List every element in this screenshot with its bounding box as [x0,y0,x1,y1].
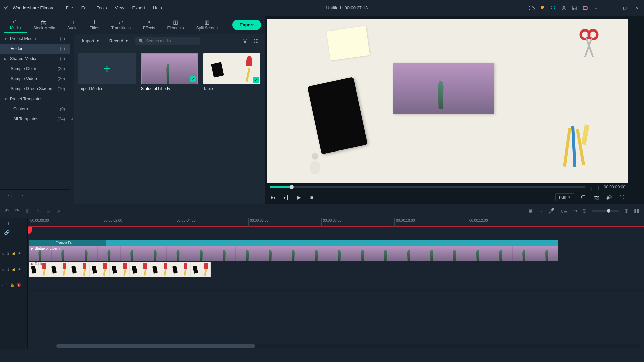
tab-titles[interactable]: TTitles [84,17,105,33]
sidebar-item-sample-color[interactable]: Sample Color(25) [0,64,70,74]
preview-scrubber[interactable]: { } 00:00:00:00 [267,183,628,191]
undo-button[interactable]: ↶ [5,208,9,214]
sidebar-item-preset-templates[interactable]: ▼Preset Templates [0,94,70,104]
close-button[interactable]: ✕ [632,3,641,13]
menu-edit[interactable]: Edit [78,3,92,12]
headphones-icon[interactable] [550,5,556,11]
step-forward-button[interactable]: ⏵▎ [282,195,290,200]
minimize-button[interactable]: ─ [608,3,617,13]
clip-statue-of-liberty[interactable]: ▶Statue of Liberty [29,246,558,261]
speed-button[interactable]: ⫸ [56,208,61,214]
menu-export[interactable]: Export [129,3,148,12]
media-item-table[interactable]: ✓ Table [203,53,260,91]
filter-icon[interactable] [241,37,249,45]
collapse-sidebar-handle[interactable]: ◀ [70,34,74,204]
save-icon[interactable] [572,5,578,11]
sidebar-item-folder[interactable]: Folder(2) [0,44,70,54]
search-field[interactable] [146,39,197,43]
mixer-icon[interactable]: ♫≡ [560,208,567,214]
prev-frame-button[interactable]: ⏮ [270,195,277,200]
freeze-frame-segment[interactable]: Freeze Frame [29,240,106,246]
ruler-tick: 00:00:10:00 [394,218,416,227]
sidebar-item-sample-video[interactable]: Sample Video(20) [0,74,70,84]
mute-icon[interactable]: 🔇 [17,283,21,287]
cloud-icon[interactable] [529,5,535,11]
tree-count: (2) [60,36,65,41]
preview-timecode: 00:00:00:00 [604,185,625,189]
menu-file[interactable]: File [63,3,76,12]
menu-view[interactable]: View [111,3,127,12]
sidebar-item-sample-green-screen[interactable]: Sample Green Screen(10) [0,84,70,94]
marker-in-icon[interactable]: { [589,185,593,190]
fullscreen-icon[interactable]: ⛶ [618,195,625,200]
mic-icon[interactable]: 🎤 [548,208,555,214]
menu-tools[interactable]: Tools [93,3,110,12]
menu-help[interactable]: Help [150,3,165,12]
sidebar-item-shared-media[interactable]: ▶Shared Media(2) [0,54,70,64]
user-icon[interactable] [561,5,567,11]
scrubber-knob[interactable] [290,185,294,189]
render-icon[interactable]: ◉ [528,208,533,214]
tab-audio[interactable]: ♫Audio [61,17,84,33]
lock-icon[interactable]: 🔓 [10,283,14,287]
link-icon[interactable]: 🔗 [4,230,10,235]
marker-out-icon[interactable]: } [596,185,600,190]
snapshot-icon[interactable]: 📷 [592,195,600,200]
lock-icon[interactable]: 🔓 [12,252,16,255]
play-button[interactable]: ▶ [295,195,303,200]
download-icon[interactable] [593,5,599,11]
search-media-input[interactable]: 🔍 [135,37,200,45]
eye-icon[interactable]: 👁 [18,252,21,255]
stop-button[interactable]: ■ [308,195,315,200]
shield-icon[interactable]: ⛉ [538,208,543,214]
volume-icon[interactable]: 🔊 [605,195,612,200]
cut-button[interactable]: ✂ [37,208,41,214]
record-dropdown[interactable]: Record▼ [106,36,132,45]
sidebar-item-project-media[interactable]: ▼Project Media(2) [0,34,70,44]
display-icon[interactable]: 🖵 [580,195,587,200]
zoom-in-button[interactable]: ⊕ [624,208,629,214]
folder-icon[interactable]: 🗀 [19,193,26,200]
ruler-tick: 00:00:00:00 [29,218,50,227]
tab-media[interactable]: 🗀Media [4,17,27,33]
redo-button[interactable]: ↷ [15,208,19,214]
adjust-button[interactable]: ≡ [47,208,50,214]
export-button[interactable]: Export [232,20,261,30]
grid-view-icon[interactable] [252,37,260,45]
timeline-ruler[interactable]: 00:00:00:00 00:00:02:00 00:00:04:00 00:0… [28,218,644,227]
maximize-button[interactable]: ▢ [620,3,629,13]
preview-scissors [579,28,599,59]
tab-effects[interactable]: ✦Effects [137,17,161,33]
lock-icon[interactable]: 🔓 [12,268,16,272]
zoom-fit-button[interactable]: ▮▮ [634,208,639,214]
import-media-tile[interactable]: + Import Media [78,53,136,91]
preview-quality-select[interactable]: Full▼ [555,193,574,201]
timeline-tracks[interactable]: 00:00:00:00 00:00:02:00 00:00:04:00 00:0… [28,218,644,349]
tab-split-screen[interactable]: ▥Split Screen [190,17,224,33]
delete-button[interactable]: 🗑 [25,208,31,214]
sidebar-item-custom[interactable]: Custom(0) [0,104,70,114]
expand-icon[interactable]: ⛶ [191,55,196,60]
audio-track[interactable] [28,278,644,291]
clip-table[interactable]: ▶Table [29,262,211,277]
media-item-statue[interactable]: ⛶ ✓ Statue of Liberty [141,53,198,91]
scrollbar-thumb[interactable] [56,344,255,348]
lightbulb-icon[interactable] [539,5,545,11]
tab-transitions[interactable]: ⇄Transitions [105,17,137,33]
preview-canvas[interactable] [267,19,628,183]
zoom-out-button[interactable]: ⊖ [582,208,587,214]
import-dropdown[interactable]: Import▼ [78,36,103,45]
zoom-slider[interactable] [592,210,619,212]
tab-elements[interactable]: ◫Elements [161,17,190,33]
chevron-down-icon: ▼ [4,97,9,101]
timeline-scrollbar[interactable] [56,344,641,348]
snap-icon[interactable]: ◫ [5,220,9,226]
marker-icon[interactable]: ▭ [572,208,577,214]
eye-icon[interactable]: 👁 [18,268,21,272]
tab-stock-media[interactable]: 📷Stock Media [27,17,61,33]
playhead[interactable] [29,218,29,349]
new-folder-icon[interactable]: 🗀⁺ [5,193,14,200]
sidebar-item-all-templates[interactable]: All Templates(24) [0,114,70,124]
freeze-frame-bar[interactable] [29,240,558,246]
notification-icon[interactable] [582,5,588,11]
